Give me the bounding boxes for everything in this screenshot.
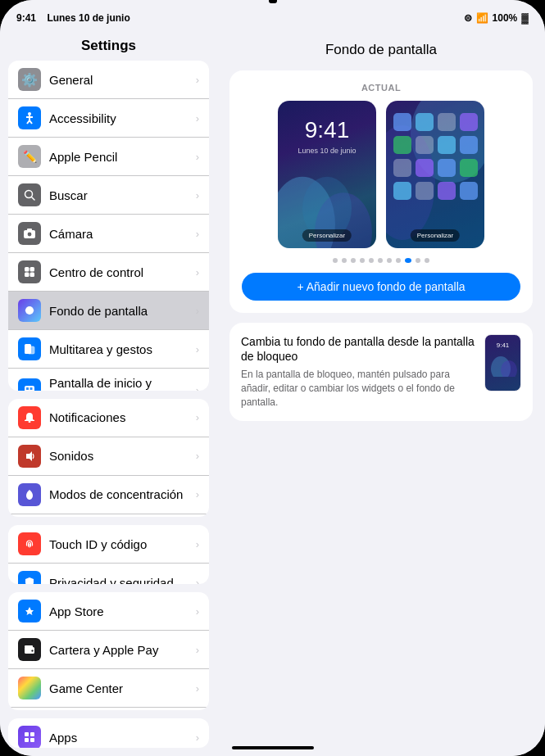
pantalla-inicio-icon: [18, 378, 41, 391]
svg-rect-16: [28, 346, 34, 354]
sidebar-item-pantalla-inicio[interactable]: Pantalla de inicio y biblioteca de apps …: [8, 369, 209, 391]
sidebar-item-general[interactable]: ⚙️ General ›: [8, 61, 209, 99]
settings-group-2: Notificaciones › Sonidos › Modos de conc…: [8, 399, 209, 517]
cartera-chevron: ›: [196, 644, 199, 656]
info-card: Cambia tu fondo de pantalla desde la pan…: [229, 323, 533, 421]
sidebar-item-buscar[interactable]: Buscar ›: [8, 176, 209, 215]
sidebar-item-accessibility[interactable]: Accessibility ›: [8, 99, 209, 138]
right-panel: Fondo de pantalla ACTUAL 9:41 Lunes 10 d…: [217, 29, 545, 756]
multitarea-chevron: ›: [196, 343, 199, 355]
mini-phone-preview: 9:41: [484, 334, 521, 392]
dot-11: [425, 258, 429, 263]
camara-chevron: ›: [196, 228, 199, 240]
sidebar-item-apple-pencil[interactable]: ✏️ Apple Pencil ›: [8, 138, 209, 176]
dot-5: [369, 258, 374, 263]
home-app-13: [393, 182, 411, 200]
info-title: Cambia tu fondo de pantalla desde la pan…: [241, 334, 475, 364]
apps-label: Apps: [49, 731, 196, 745]
home-app-16: [460, 182, 478, 200]
home-app-12: [460, 159, 478, 177]
home-personalize-btn[interactable]: Personalizar: [411, 229, 460, 242]
buscar-icon: [18, 183, 41, 206]
wallpaper-previews: 9:41 Lunes 10 de junio Personalizar: [242, 101, 520, 248]
touch-id-chevron: ›: [196, 538, 199, 550]
cartera-icon: [18, 638, 41, 661]
home-app-3: [438, 113, 456, 131]
general-chevron: ›: [196, 74, 199, 86]
sidebar-item-touch-id[interactable]: Touch ID y código ›: [8, 525, 209, 564]
sidebar-item-privacidad[interactable]: Privacidad y seguridad ›: [8, 564, 209, 584]
svg-rect-11: [30, 267, 35, 272]
lock-personalize-btn[interactable]: Personalizar: [302, 229, 352, 242]
dot-9: [405, 258, 411, 263]
settings-group-3: Touch ID y código › Privacidad y segurid…: [8, 525, 209, 584]
fondo-pantalla-icon: [18, 299, 41, 322]
svg-rect-38: [25, 738, 29, 742]
home-app-11: [438, 159, 456, 177]
home-app-1: [393, 113, 411, 131]
ipad-device: 9:41 Lunes 10 de junio ️⊜ 📶 100% ▓ Setti…: [0, 0, 545, 756]
modos-concentracion-chevron: ›: [196, 488, 199, 500]
app-store-label: App Store: [49, 604, 196, 618]
sidebar-item-apps[interactable]: Apps ›: [8, 718, 209, 748]
general-label: General: [49, 73, 196, 87]
home-app-9: [393, 159, 411, 177]
wallpaper-card: ACTUAL 9:41 Lunes 10 de junio Personaliz…: [229, 70, 533, 313]
sidebar-item-cartera[interactable]: Cartera y Apple Pay ›: [8, 631, 209, 669]
home-screen-preview[interactable]: Personalizar: [386, 101, 484, 248]
battery-percentage: 100%: [493, 12, 518, 24]
mini-phone-time: 9:41: [497, 342, 510, 349]
notch: [269, 0, 277, 3]
accessibility-chevron: ›: [196, 112, 199, 124]
touch-id-label: Touch ID y código: [49, 537, 196, 551]
apps-icon: [18, 726, 41, 748]
dot-6: [378, 258, 383, 263]
lock-screen-preview[interactable]: 9:41 Lunes 10 de junio Personalizar: [278, 101, 376, 248]
main-content: Settings ⚙️ General › Accessibility › ✏️: [0, 29, 545, 756]
battery-icon: ▓: [521, 12, 529, 24]
sidebar-item-app-store[interactable]: App Store ›: [8, 592, 209, 631]
sidebar-item-modos-concentracion[interactable]: Modos de concentración ›: [8, 476, 209, 514]
sidebar-item-camara[interactable]: Cámara ›: [8, 215, 209, 253]
page-dots: [242, 258, 520, 263]
modos-concentracion-label: Modos de concentración: [49, 487, 196, 501]
status-bar: 9:41 Lunes 10 de junio ️⊜ 📶 100% ▓: [0, 0, 545, 29]
wifi-icon: ️⊜: [464, 12, 472, 24]
svg-point-35: [31, 650, 34, 652]
sidebar-item-icloud[interactable]: iCloud ›: [8, 708, 209, 710]
status-time-date: 9:41 Lunes 10 de junio: [16, 12, 130, 24]
multitarea-icon: [18, 337, 41, 360]
sidebar-item-fondo-pantalla[interactable]: Fondo de pantalla ›: [8, 292, 209, 330]
add-wallpaper-button[interactable]: + Añadir nuevo fondo de pantalla: [242, 273, 520, 301]
notificaciones-icon: [18, 406, 41, 429]
apple-pencil-chevron: ›: [196, 151, 199, 163]
buscar-label: Buscar: [49, 188, 196, 202]
privacidad-icon: [18, 571, 41, 584]
svg-rect-39: [30, 738, 34, 742]
sidebar-item-notificaciones[interactable]: Notificaciones ›: [8, 399, 209, 437]
dot-4: [360, 258, 365, 263]
pantalla-inicio-label: Pantalla de inicio y biblioteca de apps: [49, 376, 196, 391]
sidebar-item-centro-control[interactable]: Centro de control ›: [8, 253, 209, 292]
svg-rect-17: [25, 386, 34, 391]
home-app-6: [416, 136, 434, 154]
centro-control-icon: [18, 260, 41, 283]
touch-id-icon: [18, 532, 41, 555]
svg-line-4: [30, 120, 32, 124]
svg-point-8: [27, 232, 32, 237]
svg-rect-13: [30, 273, 35, 278]
sidebar-item-game-center[interactable]: Game Center ›: [8, 669, 209, 708]
sidebar-item-tiempo-uso[interactable]: Tiempo de uso ›: [8, 514, 209, 517]
general-icon: ⚙️: [18, 68, 41, 91]
home-app-7: [438, 136, 456, 154]
sonidos-label: Sonidos: [49, 449, 196, 463]
dot-10: [416, 258, 420, 263]
svg-rect-18: [26, 387, 29, 390]
sidebar-item-multitarea[interactable]: Multitarea y gestos ›: [8, 330, 209, 369]
svg-rect-27: [29, 421, 31, 423]
buscar-chevron: ›: [196, 189, 199, 201]
sidebar-item-sonidos[interactable]: Sonidos ›: [8, 437, 209, 476]
notificaciones-chevron: ›: [196, 411, 199, 423]
home-app-8: [460, 136, 478, 154]
svg-rect-37: [30, 732, 34, 736]
